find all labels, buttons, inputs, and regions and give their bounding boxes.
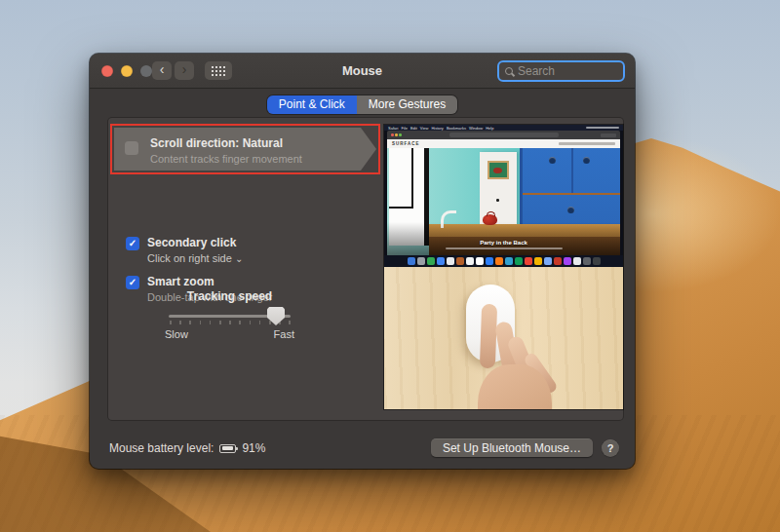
dock-app-icon — [466, 257, 474, 265]
dock-app-icon — [505, 257, 513, 265]
video-toolbar-buttons — [601, 133, 616, 137]
scroll-direction-callout[interactable]: Scroll direction: Natural Content tracks… — [114, 128, 376, 171]
search-field[interactable] — [497, 60, 625, 82]
video-site-links — [559, 142, 615, 145]
slider-min-label: Slow — [165, 328, 188, 340]
tab-more-gestures[interactable]: More Gestures — [357, 95, 457, 114]
video-browser-toolbar — [387, 131, 620, 139]
search-icon — [505, 67, 514, 76]
video-menu-clock — [586, 127, 619, 130]
cabinet-knob — [549, 157, 556, 164]
cabinet-trim-h — [523, 193, 620, 195]
video-webpage-kitchen-scene: Party in the Back — [387, 148, 620, 255]
video-dot-green — [399, 133, 402, 136]
dock-app-icon — [573, 257, 581, 265]
video-site-header: SURFACE — [387, 139, 620, 148]
video-caption-subline — [446, 247, 563, 249]
dock-app-icon — [495, 257, 503, 265]
video-menu-item: Help — [486, 126, 493, 131]
cabinet-trim-v — [571, 148, 573, 193]
slider-max-label: Fast — [274, 328, 294, 340]
dock-app-icon — [486, 257, 493, 265]
scroll-direction-description: Content tracks finger movement — [150, 153, 302, 165]
video-blue-cabinet — [520, 148, 620, 234]
help-button[interactable]: ? — [602, 439, 619, 457]
dock-app-icon — [554, 257, 562, 265]
video-menu-item: File — [401, 126, 407, 131]
search-input[interactable] — [518, 64, 617, 78]
battery-status: Mouse battery level: 91% — [109, 441, 265, 455]
video-url-field — [449, 133, 559, 137]
settings-panel: Scroll direction: Natural Content tracks… — [107, 117, 624, 421]
video-dot-red — [391, 133, 394, 136]
dock-app-icon — [525, 257, 532, 265]
secondary-click-checkbox[interactable]: ✓ — [126, 237, 139, 250]
cabinet-knob — [583, 157, 590, 164]
dock-app-icon — [417, 257, 425, 265]
video-hand-on-mouse — [384, 267, 623, 409]
framed-artwork — [488, 161, 509, 179]
setup-bluetooth-mouse-button[interactable]: Set Up Bluetooth Mouse… — [431, 438, 593, 457]
tab-point-and-click[interactable]: Point & Click — [267, 95, 357, 114]
secondary-click-label: Secondary click — [147, 236, 243, 249]
hand-index-finger — [480, 304, 497, 369]
smart-zoom-label: Smart zoom — [147, 275, 272, 288]
battery-label: Mouse battery level: — [109, 441, 214, 455]
video-caption-shade — [387, 222, 620, 255]
dock-app-icon — [408, 257, 415, 265]
tracking-speed-label: Tracking speed — [130, 289, 330, 303]
scroll-direction-annotation: Scroll direction: Natural Content tracks… — [110, 124, 380, 174]
video-dot-yellow — [395, 133, 398, 136]
video-menu-item: Safari — [388, 126, 398, 131]
dock-app-icon — [544, 257, 552, 265]
secondary-click-row: ✓ Secondary click Click on right side ⌄ — [126, 236, 243, 264]
video-menu-item: Bookmarks — [447, 126, 466, 131]
dock-app-icon — [447, 257, 454, 265]
battery-percentage: 91% — [242, 441, 265, 455]
smart-zoom-checkbox[interactable]: ✓ — [126, 276, 139, 289]
dock-app-icon — [476, 257, 484, 265]
dock-app-icon — [534, 257, 542, 265]
video-menu-item: Edit — [410, 126, 417, 131]
secondary-click-mode-label: Click on right side — [147, 252, 232, 264]
dock-app-icon — [515, 257, 523, 265]
dock-app-icon — [437, 257, 445, 265]
scroll-direction-label: Scroll direction: Natural — [150, 136, 302, 150]
video-dock — [384, 255, 623, 267]
tab-bar: Point & Click More Gestures — [90, 95, 635, 114]
dock-app-icon — [564, 257, 571, 265]
secondary-click-mode-dropdown[interactable]: Click on right side ⌄ — [147, 252, 243, 264]
chevron-down-icon: ⌄ — [235, 253, 243, 264]
fridge-line-v — [411, 148, 413, 209]
cabinet-knob — [567, 207, 574, 213]
instruction-video: SafariFileEditViewHistoryBookmarksWindow… — [384, 125, 623, 409]
tracking-speed-slider[interactable] — [169, 307, 291, 326]
dock-app-icon — [583, 257, 591, 265]
dock-app-icon — [593, 257, 601, 265]
video-caption-title: Party in the Back — [387, 240, 620, 246]
video-menu-item: View — [420, 126, 429, 131]
slider-end-labels: Slow Fast — [165, 328, 294, 340]
battery-icon — [219, 444, 236, 453]
titlebar[interactable]: ‹ › Mouse — [90, 54, 635, 89]
dock-app-icon — [456, 257, 464, 265]
desktop-wallpaper: ‹ › Mouse Point & Click More Gestures — [0, 0, 780, 532]
video-screen-demo: SafariFileEditViewHistoryBookmarksWindow… — [384, 125, 623, 267]
video-site-label: SURFACE — [392, 141, 420, 146]
video-menu-item: Window — [469, 126, 483, 131]
wall-dot — [496, 199, 499, 202]
scroll-direction-checkbox[interactable] — [125, 141, 138, 155]
mouse-preferences-window: ‹ › Mouse Point & Click More Gestures — [90, 54, 635, 469]
fridge-line-h — [389, 207, 411, 209]
video-menu-item: History — [431, 126, 443, 131]
dock-app-icon — [427, 257, 435, 265]
